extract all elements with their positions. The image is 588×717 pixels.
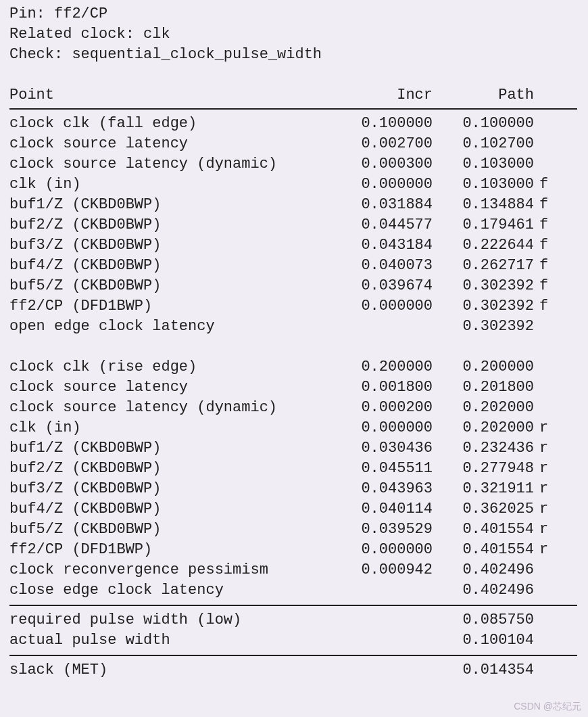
cell-path: 0.222644 <box>433 235 534 256</box>
table-row: clock source latency0.0018000.201800 <box>9 377 581 398</box>
cell-edge: f <box>534 195 560 215</box>
slack-row: slack (MET) 0.014354 <box>9 660 581 680</box>
rule-mid1 <box>9 605 577 606</box>
cell-edge: f <box>534 215 560 235</box>
cell-incr: 0.000300 <box>346 154 433 175</box>
cell-incr: 0.001800 <box>346 377 433 398</box>
cell-path: 0.103000 <box>433 154 534 175</box>
table-row: open edge clock latency0.302392 <box>9 317 581 337</box>
cell-path: 0.102700 <box>433 134 534 154</box>
cell-edge: r <box>534 499 560 519</box>
cell-edge: f <box>534 256 560 276</box>
cell-path: 0.100104 <box>433 630 534 651</box>
cell-point: clock source latency (dynamic) <box>9 398 346 418</box>
table-row: buf3/Z (CKBD0BWP)0.0431840.222644f <box>9 235 581 256</box>
cell-edge: f <box>534 276 560 296</box>
cell-path: 0.179461 <box>433 215 534 235</box>
cell-path: 0.202000 <box>433 398 534 418</box>
fall-edge-section: clock clk (fall edge)0.1000000.100000clo… <box>9 114 581 337</box>
cell-incr: 0.000200 <box>346 398 433 418</box>
cell-point: actual pulse width <box>9 630 346 651</box>
table-row: buf2/Z (CKBD0BWP)0.0455110.277948r <box>9 459 581 479</box>
cell-edge: r <box>534 519 560 540</box>
cell-point: buf5/Z (CKBD0BWP) <box>9 519 346 540</box>
cell-point: open edge clock latency <box>9 317 346 337</box>
column-header-row: Point Incr Path <box>9 85 581 106</box>
cell-incr: 0.043963 <box>346 479 433 499</box>
cell-edge: f <box>534 175 560 195</box>
cell-point: clock clk (fall edge) <box>9 114 346 134</box>
table-row: buf2/Z (CKBD0BWP)0.0445770.179461f <box>9 215 581 235</box>
table-row: required pulse width (low)0.085750 <box>9 610 581 630</box>
cell-incr: 0.045511 <box>346 459 433 479</box>
cell-incr: 0.031884 <box>346 195 433 215</box>
cell-path: 0.401554 <box>433 540 534 560</box>
cell-incr: 0.040114 <box>346 499 433 519</box>
cell-edge: f <box>534 235 560 256</box>
table-row: clk (in)0.0000000.103000f <box>9 175 581 195</box>
table-row: clock clk (fall edge)0.1000000.100000 <box>9 114 581 134</box>
cell-edge: r <box>534 459 560 479</box>
cell-incr: 0.039674 <box>346 276 433 296</box>
timing-table: Point Incr Path clock clk (fall edge)0.1… <box>9 85 581 680</box>
cell-path: 0.202000 <box>433 418 534 438</box>
cell-incr: 0.000942 <box>346 560 433 580</box>
table-row: buf1/Z (CKBD0BWP)0.0318840.134884f <box>9 195 581 215</box>
cell-point: buf3/Z (CKBD0BWP) <box>9 235 346 256</box>
cell-point: clock source latency <box>9 377 346 398</box>
section-gap <box>9 337 581 357</box>
table-row: clock source latency0.0027000.102700 <box>9 134 581 154</box>
cell-point: clk (in) <box>9 418 346 438</box>
cell-point: buf2/Z (CKBD0BWP) <box>9 215 346 235</box>
cell-point: buf1/Z (CKBD0BWP) <box>9 438 346 459</box>
cell-point: buf5/Z (CKBD0BWP) <box>9 276 346 296</box>
cell-path: 0.402496 <box>433 580 534 601</box>
cell-incr: 0.040073 <box>346 256 433 276</box>
cell-path: 0.232436 <box>433 438 534 459</box>
table-row: buf5/Z (CKBD0BWP)0.0395290.401554r <box>9 519 581 540</box>
cell-incr: 0.100000 <box>346 114 433 134</box>
table-row: actual pulse width0.100104 <box>9 630 581 651</box>
table-row: clock clk (rise edge)0.2000000.200000 <box>9 357 581 377</box>
cell-incr: 0.043184 <box>346 235 433 256</box>
timing-report: Pin: ff2/CP Related clock: clk Check: se… <box>0 0 588 680</box>
cell-incr: 0.000000 <box>346 418 433 438</box>
col-header-point: Point <box>9 85 346 106</box>
table-row: clock source latency (dynamic)0.0002000.… <box>9 398 581 418</box>
table-row: buf4/Z (CKBD0BWP)0.0400730.262717f <box>9 256 581 276</box>
cell-point: ff2/CP (DFD1BWP) <box>9 540 346 560</box>
cell-point: clk (in) <box>9 175 346 195</box>
cell-point: clock source latency (dynamic) <box>9 154 346 175</box>
cell-path: 0.302392 <box>433 276 534 296</box>
col-header-incr: Incr <box>346 85 433 106</box>
cell-point: clock reconvergence pessimism <box>9 560 346 580</box>
table-row: buf1/Z (CKBD0BWP)0.0304360.232436r <box>9 438 581 459</box>
cell-point: buf3/Z (CKBD0BWP) <box>9 479 346 499</box>
cell-edge: r <box>534 418 560 438</box>
cell-point: clock source latency <box>9 134 346 154</box>
table-row: ff2/CP (DFD1BWP)0.0000000.302392f <box>9 296 581 317</box>
cell-point: ff2/CP (DFD1BWP) <box>9 296 346 317</box>
cell-point: required pulse width (low) <box>9 610 346 630</box>
cell-path: 0.134884 <box>433 195 534 215</box>
cell-incr: 0.039529 <box>346 519 433 540</box>
cell-incr: 0.000000 <box>346 296 433 317</box>
header-pin: Pin: ff2/CP <box>9 4 581 24</box>
cell-path: 0.402496 <box>433 560 534 580</box>
cell-path: 0.103000 <box>433 175 534 195</box>
cell-incr: 0.044577 <box>346 215 433 235</box>
cell-point: clock clk (rise edge) <box>9 357 346 377</box>
cell-path: 0.201800 <box>433 377 534 398</box>
cell-incr: 0.002700 <box>346 134 433 154</box>
cell-path: 0.277948 <box>433 459 534 479</box>
cell-edge: f <box>534 296 560 317</box>
cell-path: 0.321911 <box>433 479 534 499</box>
rise-edge-section: clock clk (rise edge)0.2000000.200000clo… <box>9 357 581 601</box>
cell-edge: r <box>534 438 560 459</box>
cell-incr: 0.030436 <box>346 438 433 459</box>
cell-path: 0.362025 <box>433 499 534 519</box>
cell-path: 0.302392 <box>433 296 534 317</box>
cell-path: 0.262717 <box>433 256 534 276</box>
slack-value: 0.014354 <box>433 660 534 680</box>
summary-section: required pulse width (low)0.085750actual… <box>9 610 581 651</box>
